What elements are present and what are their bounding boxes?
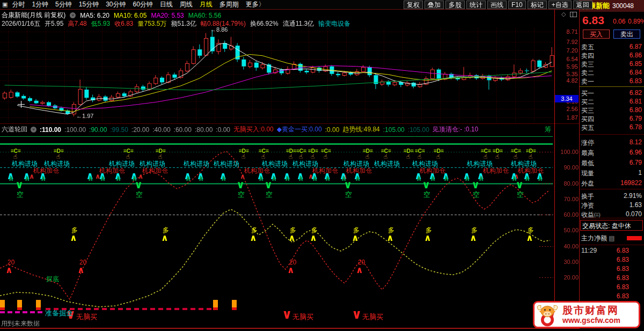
tool-button-F10[interactable]: F10	[508, 1, 526, 9]
tool-button-画线[interactable]: 画线	[487, 1, 507, 9]
order-row-value[interactable]: 6.84	[630, 69, 642, 76]
price-change: 0.06	[613, 18, 625, 25]
short-label: 空	[17, 191, 24, 198]
order-row-value[interactable]: 6.85	[630, 60, 642, 68]
tool-button-返回[interactable]: 返回	[573, 1, 592, 9]
hand-pointer-icon: ☝	[529, 153, 532, 160]
long-arrow-icon: ∧	[386, 233, 394, 242]
green-triangle-icon: ∧	[443, 174, 449, 182]
tool-button-复权[interactable]: 复权	[404, 1, 423, 9]
net-inflow-bar	[627, 236, 642, 240]
indicator-axis-label: 60.00	[556, 211, 579, 218]
split-window-icon[interactable]	[570, 12, 577, 17]
stat-label: 现量	[581, 169, 594, 178]
green-triangle-icon: ∧	[221, 174, 226, 182]
price-axis-label: 5.95	[557, 63, 578, 70]
hand-pointer-icon: ☝	[56, 153, 60, 160]
menu-item-30分钟[interactable]: 30分钟	[106, 0, 126, 9]
sell-button[interactable]: 卖出	[613, 30, 640, 39]
tool-button-+自选[interactable]: +自选	[548, 1, 572, 9]
entry-signal-label: 机构进场	[109, 160, 135, 167]
tool-button-统计[interactable]: 统计	[466, 1, 486, 9]
diamond-icon[interactable]: ◇	[561, 11, 566, 18]
price-axis-label: 2.56	[557, 106, 578, 112]
menu-item-月线[interactable]: 月线	[200, 0, 213, 9]
order-row-value[interactable]: 6.81	[630, 98, 642, 105]
collapse-chevron-icon[interactable]: ˅	[31, 127, 36, 133]
hand-pointer-icon: ☝	[418, 153, 421, 160]
order-row-value[interactable]: 6.83	[630, 77, 642, 85]
order-row-value[interactable]: 6.82	[630, 89, 642, 97]
info-segment: MA60: 5.56	[188, 12, 221, 19]
indicator-axis-label: 20.00	[556, 274, 579, 281]
order-row-label: 买一	[581, 89, 594, 98]
menu-item-分时[interactable]: 分时	[12, 0, 25, 9]
last-price: 6.83	[582, 14, 604, 27]
tick-time: 11:29	[581, 247, 597, 254]
chip-distribution-tab[interactable]: 筹	[545, 125, 551, 134]
buy-signal-label: 无脑买	[362, 313, 383, 320]
stat-label: 涨停	[581, 138, 594, 148]
info-segment: 流通11.3亿	[283, 19, 314, 28]
info-segment: :40.00	[152, 126, 170, 134]
price-change-pct: 0.89%	[628, 18, 644, 25]
extreme-price-label: ←1.97	[76, 113, 93, 119]
chart-canvas[interactable]	[0, 0, 644, 331]
buy-button[interactable]: 买入	[583, 30, 610, 39]
green-triangle-icon: ∧	[185, 174, 191, 182]
order-row-value[interactable]: 6.86	[630, 52, 642, 59]
menu-item-5分钟[interactable]: 5分钟	[55, 0, 72, 9]
menu-item-15分钟[interactable]: 15分钟	[79, 0, 99, 9]
menu-item-日线[interactable]: 日线	[160, 0, 173, 9]
order-row-label: 卖三	[581, 60, 594, 69]
info-segment: :20.00	[131, 126, 149, 134]
indicator-axis-label: 70.00	[556, 196, 579, 202]
buy-v-icon: ∨	[282, 308, 292, 321]
order-row-value[interactable]: 6.78	[630, 123, 642, 131]
hand-pointer-icon: ☝	[365, 153, 369, 160]
stat-label: 外盘	[581, 179, 594, 188]
short-label: 空	[266, 191, 273, 198]
green-triangle-icon: ∧	[416, 174, 422, 182]
main-net-label[interactable]: 主力净额 ▤	[581, 234, 615, 243]
collapse-chevron-icon[interactable]: ˅	[70, 12, 76, 18]
stat-value[interactable]: 0.070	[626, 210, 642, 218]
menu-item-1分钟[interactable]: 1分钟	[32, 0, 48, 9]
twenty-arrow-icon: ∧	[356, 266, 363, 275]
home-grid-icon[interactable]: ▣	[2, 1, 8, 8]
order-row-label: 买五	[581, 123, 594, 133]
entry-signal-label: 机构进场	[44, 160, 70, 167]
order-row-value[interactable]: 6.87	[630, 43, 642, 50]
menu-item-多周期[interactable]: 多周期	[219, 0, 239, 9]
tool-button-标记[interactable]: 标记	[528, 1, 547, 9]
order-row-value[interactable]: 6.80	[630, 106, 642, 114]
stock-code: 300048	[612, 2, 634, 10]
trade-status: 交易状态: 盘中休	[580, 220, 643, 231]
green-triangle-icon: ∧	[524, 174, 530, 182]
menu-item-周线[interactable]: 周线	[180, 0, 193, 9]
menu-item-更多〉[interactable]: 更多〉	[246, 0, 265, 9]
stat-value[interactable]: 6.79	[630, 159, 642, 166]
stat-label: 净资	[581, 201, 594, 210]
stat-value[interactable]: 2.91%	[624, 192, 642, 200]
price-axis-label: 7.20	[557, 47, 578, 54]
green-triangle-icon: ∧	[24, 174, 30, 182]
info-segment: :105.00	[383, 126, 405, 134]
menu-item-60分钟[interactable]: 60分钟	[133, 0, 153, 9]
info-segment: 见顶清仓:- :0.10	[433, 125, 478, 134]
stat-value[interactable]: 6.96	[630, 149, 642, 156]
stat-value[interactable]: 169822	[620, 179, 642, 187]
short-v-icon: ∨	[515, 179, 524, 190]
green-triangle-icon: ∧	[115, 174, 121, 182]
info-segment: 合康新能(月线 前复权)	[2, 11, 65, 20]
order-row-value[interactable]: 6.79	[630, 115, 642, 122]
prepare-label: 准备掘金	[45, 310, 73, 317]
stat-value[interactable]: 1.63	[630, 201, 642, 209]
stat-value[interactable]: 1	[638, 169, 642, 176]
tool-button-多股[interactable]: 多股	[445, 1, 465, 9]
stat-value[interactable]: 8.12	[630, 138, 642, 146]
tool-button-叠加[interactable]: 叠加	[425, 1, 444, 9]
buy-signal-label: 无脑买	[292, 313, 313, 320]
tick-price: 6.83	[617, 256, 629, 263]
entry-signal-label: 机构进场	[511, 160, 537, 167]
